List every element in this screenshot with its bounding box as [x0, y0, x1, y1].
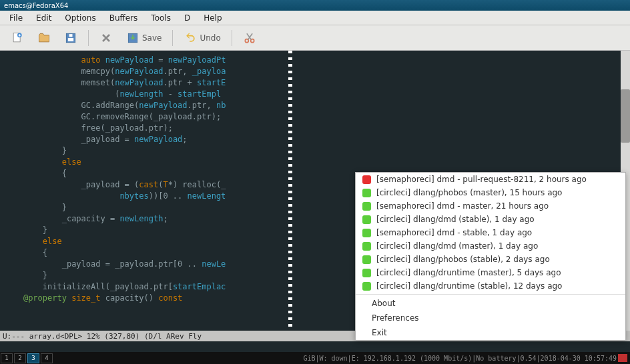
menu-help[interactable]: Help	[197, 12, 228, 24]
ci-item-label: [semaphoreci] dmd - stable, 1 day ago	[376, 228, 532, 237]
minibuffer[interactable]	[0, 341, 630, 352]
window-titlebar: emacs@FedoraX64	[0, 0, 630, 11]
save-disk-icon	[64, 31, 77, 45]
new-file-button[interactable]	[5, 29, 29, 47]
menubar: File Edit Options Buffers Tools D Help	[0, 11, 630, 25]
ci-item-label: [circleci] dlang/dmd (stable), 1 day ago	[376, 215, 535, 224]
code-content: auto newPayload = newPayloadPt memcpy(ne…	[0, 55, 288, 304]
ci-item-label: [semaphoreci] dmd - pull-request-8211, 2…	[376, 175, 587, 184]
scrollbar-thumb[interactable]	[621, 89, 630, 143]
open-file-button[interactable]	[32, 29, 56, 47]
ci-status-item[interactable]: [semaphoreci] dmd - stable, 1 day ago	[356, 226, 625, 239]
menu-d[interactable]: D	[178, 12, 197, 24]
folder-icon	[37, 31, 51, 45]
popup-menu-preferences[interactable]: Preferences	[356, 311, 625, 325]
status-pass-icon	[362, 215, 371, 224]
workspace-2[interactable]: 2	[14, 353, 26, 363]
popup-separator	[356, 294, 625, 295]
workspace-1[interactable]: 1	[1, 353, 13, 363]
ci-status-item[interactable]: [semaphoreci] dmd - pull-request-8211, 2…	[356, 173, 625, 186]
toolbar-separator	[88, 30, 89, 46]
ci-status-item[interactable]: [semaphoreci] dmd - master, 21 hours ago	[356, 199, 625, 213]
ci-status-item[interactable]: [circleci] dlang/phobos (stable), 2 days…	[356, 253, 625, 266]
ci-item-label: [circleci] dlang/phobos (master), 15 hou…	[376, 188, 562, 197]
menu-buffers[interactable]: Buffers	[103, 12, 145, 24]
modeline-text: U:--- array.d<DPL> 12% (327,80) (D/l ARe…	[3, 332, 202, 341]
save-file-button[interactable]	[59, 29, 83, 47]
undo-icon	[184, 31, 197, 45]
taskbar: 1234 GiB|W: down|E: 192.168.1.192 (1000 …	[0, 352, 630, 364]
taskbar-status-text: GiB|W: down|E: 192.168.1.192 (1000 Mbit/…	[303, 355, 617, 362]
ci-item-label: [semaphoreci] dmd - master, 21 hours ago	[376, 201, 549, 211]
svg-rect-4	[69, 34, 73, 37]
ci-item-label: [circleci] dlang/druntime (stable), 12 d…	[376, 281, 562, 291]
menu-options[interactable]: Options	[58, 12, 102, 24]
taskbar-indicator-icon[interactable]	[618, 354, 627, 362]
taskbar-status: GiB|W: down|E: 192.168.1.192 (1000 Mbit/…	[303, 354, 630, 362]
svg-rect-3	[68, 38, 73, 41]
toolbar-separator	[172, 30, 173, 46]
code-pane-left[interactable]: auto newPayload = newPayloadPt memcpy(ne…	[0, 51, 288, 331]
status-fail-icon	[362, 175, 371, 184]
cut-button[interactable]	[238, 29, 262, 47]
ci-status-item[interactable]: [circleci] dlang/druntime (master), 5 da…	[356, 266, 625, 279]
save-label: Save	[142, 33, 162, 43]
toolbar: Save Undo	[0, 25, 630, 51]
ci-status-item[interactable]: [circleci] dlang/dmd (master), 1 day ago	[356, 239, 625, 253]
popup-menu-about[interactable]: About	[356, 296, 625, 311]
ci-item-label: [circleci] dlang/druntime (master), 5 da…	[376, 268, 561, 277]
ci-status-item[interactable]: [circleci] dlang/druntime (stable), 12 d…	[356, 279, 625, 293]
new-file-icon	[11, 31, 24, 45]
menu-file[interactable]: File	[3, 12, 29, 24]
scissors-icon	[243, 31, 256, 45]
save-button[interactable]: Save	[121, 29, 167, 47]
toolbar-separator	[232, 30, 232, 46]
ci-item-label: [circleci] dlang/dmd (master), 1 day ago	[376, 241, 538, 251]
close-x-icon	[99, 31, 113, 45]
ci-status-popup: [semaphoreci] dmd - pull-request-8211, 2…	[355, 172, 626, 341]
close-button[interactable]	[94, 29, 118, 47]
undo-label: Undo	[200, 33, 220, 43]
undo-button[interactable]: Undo	[178, 29, 226, 47]
status-pass-icon	[362, 282, 371, 291]
save-arrow-icon	[126, 31, 139, 45]
menu-edit[interactable]: Edit	[29, 12, 58, 24]
status-pass-icon	[362, 242, 371, 251]
menu-tools[interactable]: Tools	[144, 12, 178, 24]
ci-item-label: [circleci] dlang/phobos (stable), 2 days…	[376, 255, 550, 264]
popup-menu-exit[interactable]: Exit	[356, 325, 625, 340]
ci-status-item[interactable]: [circleci] dlang/phobos (master), 15 hou…	[356, 186, 625, 199]
status-pass-icon	[362, 255, 371, 264]
ci-status-item[interactable]: [circleci] dlang/dmd (stable), 1 day ago	[356, 213, 625, 226]
workspace-switcher: 1234	[0, 353, 53, 363]
window-title: emacs@FedoraX64	[4, 2, 68, 9]
status-pass-icon	[362, 229, 371, 237]
workspace-3[interactable]: 3	[27, 353, 39, 363]
status-pass-icon	[362, 189, 371, 197]
status-pass-icon	[362, 202, 371, 211]
workspace-4[interactable]: 4	[41, 353, 53, 363]
status-pass-icon	[362, 269, 371, 277]
